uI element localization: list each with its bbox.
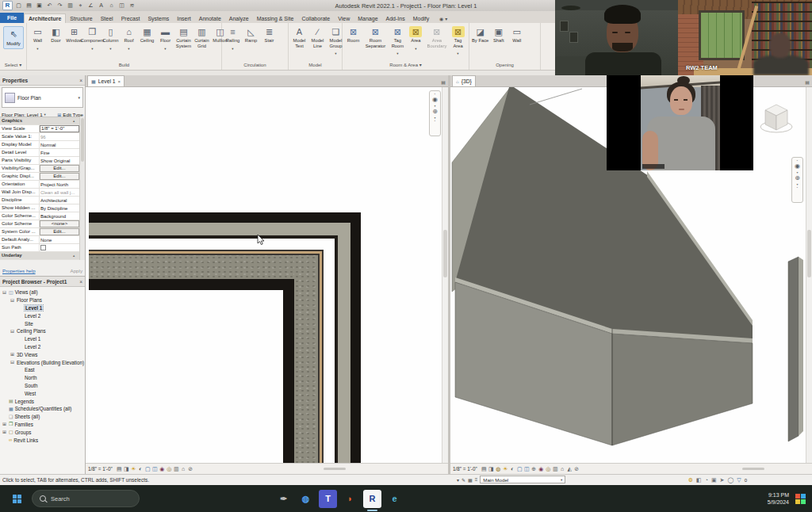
ribbon-button[interactable]: ▭ Wall xyxy=(508,24,526,48)
ribbon-button[interactable]: ⊠ Area xyxy=(407,24,425,48)
ribbon-button[interactable]: ▭ Wall xyxy=(29,24,47,48)
view-control-icon[interactable]: ▢ xyxy=(516,464,523,474)
tree-expander-icon[interactable] xyxy=(2,429,9,435)
view-control-icon[interactable]: ◭ xyxy=(566,464,573,474)
tab-list-icon[interactable]: ▤ xyxy=(441,79,448,86)
view-control-icon[interactable]: ◫ xyxy=(523,464,530,474)
tab-3d[interactable]: ⌂ {3D} xyxy=(452,75,476,86)
ribbon-tab[interactable]: Insert xyxy=(173,14,195,23)
ribbon-tab[interactable]: Manage xyxy=(354,14,381,23)
tree-item[interactable]: West xyxy=(0,389,85,397)
ribbon-button[interactable]: ▬ Floor xyxy=(156,24,174,48)
property-value[interactable]: Background xyxy=(40,213,80,220)
horizontal-scrollbar[interactable] xyxy=(742,468,764,470)
tree-expander-icon[interactable] xyxy=(2,289,9,296)
tree-item[interactable]: Groups xyxy=(0,428,85,436)
close-icon[interactable]: × xyxy=(79,279,82,285)
tree-expander-icon[interactable] xyxy=(2,421,9,427)
property-value[interactable]: Edit... xyxy=(40,173,79,180)
property-row[interactable]: Scale Value 1: 96 xyxy=(0,133,80,141)
ribbon-tab[interactable]: Precast xyxy=(117,14,144,23)
ribbon-tab[interactable]: View xyxy=(334,14,354,23)
tree-item[interactable]: Schedules/Quantities (all) xyxy=(0,405,85,413)
tree-expander-icon[interactable] xyxy=(10,328,17,334)
status-icon[interactable]: ✎ xyxy=(462,477,465,483)
view-control-icon[interactable]: ◉ xyxy=(159,464,166,474)
tree-item[interactable]: Revit Links xyxy=(0,436,85,444)
view-control-icon[interactable]: ⊘ xyxy=(187,464,194,474)
property-row[interactable]: Sun Path xyxy=(0,244,80,252)
type-selector[interactable]: Floor Plan ▾ xyxy=(2,87,83,108)
view-control-icon[interactable]: ⊕ xyxy=(530,464,538,474)
taskbar-app-icon[interactable]: R xyxy=(363,490,381,508)
view-cube[interactable] xyxy=(759,97,795,144)
property-value[interactable]: 96 xyxy=(40,134,80,140)
property-row[interactable]: Display Model Normal xyxy=(0,141,80,149)
property-value[interactable]: Clean all wall j... xyxy=(40,189,80,196)
property-row[interactable]: Detail Level Fine xyxy=(0,149,80,157)
ribbon-button[interactable]: ▦ Ceiling xyxy=(138,24,156,48)
ribbon-tab[interactable]: File xyxy=(0,13,24,23)
tree-item[interactable]: Elevations (Building Elevation) xyxy=(0,358,85,366)
ribbon-button[interactable]: ▤ Curtain System xyxy=(174,24,193,53)
property-value[interactable]: Edit... xyxy=(40,228,79,235)
ribbon-button[interactable]: ⊠ Room xyxy=(344,24,362,48)
tree-item[interactable]: Level 2 xyxy=(0,343,85,351)
status-icon[interactable]: ◔ xyxy=(705,476,708,484)
tree-item[interactable]: Level 2 xyxy=(0,311,85,319)
property-value[interactable]: Edit... xyxy=(40,165,79,172)
properties-scrollbar[interactable] xyxy=(79,117,85,260)
ribbon-button[interactable]: ▯ Column xyxy=(102,24,120,48)
view-control-icon[interactable]: ◍ xyxy=(495,464,502,474)
chevron-down-icon[interactable]: ▾ xyxy=(78,95,82,100)
status-icon[interactable]: ▣ xyxy=(711,476,717,484)
notification-icon[interactable] xyxy=(795,494,806,504)
ribbon-tab[interactable]: Systems xyxy=(144,14,173,23)
view-control-icon[interactable]: ☀ xyxy=(130,464,137,474)
ribbon-tab[interactable]: Annotate xyxy=(195,14,225,23)
property-row[interactable]: Wall Join Disp... Clean all wall j... xyxy=(0,189,80,197)
taskbar-app-icon[interactable]: T xyxy=(319,490,337,508)
ribbon-tab[interactable]: Modify xyxy=(409,14,434,23)
status-icon[interactable]: ⚙ xyxy=(688,476,693,484)
ribbon-button[interactable]: ❒ Component xyxy=(83,24,102,48)
modify-chip[interactable]: ◉▾ xyxy=(435,11,447,23)
ribbon-tab[interactable]: Add-Ins xyxy=(382,14,409,23)
property-row[interactable]: Discipline Architectural xyxy=(0,197,80,204)
view-control-icon[interactable]: ▤ xyxy=(116,464,123,474)
property-value[interactable]: 1/8" = 1'-0" xyxy=(40,125,79,132)
select-panel-label[interactable]: Select ▾ xyxy=(0,61,26,70)
property-row[interactable]: Orientation Project North xyxy=(0,181,80,189)
ribbon-tab[interactable]: Collaborate xyxy=(297,14,334,23)
ribbon-button[interactable]: ⊠ Area Boundary xyxy=(425,24,449,53)
tree-item[interactable]: Legends xyxy=(0,397,85,405)
view-control-icon[interactable]: ⊘ xyxy=(573,464,580,474)
property-row[interactable]: Default Analy... None xyxy=(0,236,80,244)
ribbon-button[interactable]: ∕ Model Line xyxy=(308,24,327,53)
ribbon-button[interactable]: ⊞ Window xyxy=(65,24,83,48)
property-value[interactable]: None xyxy=(40,237,80,243)
horizontal-scrollbar[interactable] xyxy=(324,468,346,470)
apply-button[interactable]: Apply xyxy=(71,268,82,273)
ribbon-button[interactable]: ⊠ Tag Room xyxy=(389,24,407,53)
zoom-icon[interactable]: ⊕ xyxy=(795,174,800,182)
build-panel-label[interactable]: Build xyxy=(27,61,221,70)
properties-help-link[interactable]: Properties help xyxy=(2,268,36,273)
taskbar-clock[interactable]: 9:13 PM 5/9/2024 xyxy=(768,491,789,506)
status-icon[interactable]: ◯ xyxy=(727,476,733,484)
status-icon[interactable]: ▽ xyxy=(737,476,741,484)
view-control-icon[interactable]: ◐ xyxy=(137,464,144,474)
opening-panel-label[interactable]: Opening xyxy=(469,61,540,70)
view-control-icon[interactable]: ◉ xyxy=(538,464,545,474)
model-panel-label[interactable]: Model xyxy=(289,61,342,70)
tree-item[interactable]: Views (all) xyxy=(0,288,85,296)
modify-chip-icon[interactable]: ◉ xyxy=(439,16,443,21)
start-button[interactable] xyxy=(8,490,25,507)
status-icon[interactable]: ➤ xyxy=(720,476,725,484)
pane-splitter[interactable] xyxy=(448,75,450,474)
tree-item[interactable]: Level 1 xyxy=(0,304,85,312)
view-scale-button[interactable]: 1/8" = 1'-0" xyxy=(453,466,477,472)
modify-tool-button[interactable]: ⇖ Modify xyxy=(3,26,24,49)
wall-plan-corner[interactable] xyxy=(89,212,361,463)
ribbon-button[interactable]: ▥ Curtain Grid xyxy=(193,24,211,53)
